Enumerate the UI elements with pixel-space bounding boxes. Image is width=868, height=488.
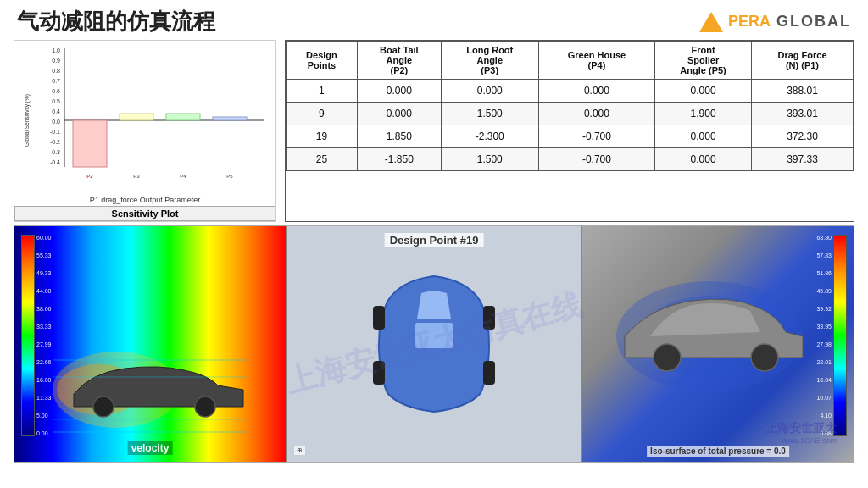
logo-triangle-icon <box>699 12 723 32</box>
table-cell-3-1: -1.850 <box>357 148 441 171</box>
svg-text:1.0: 1.0 <box>52 47 60 53</box>
table-cell-0-3: 0.000 <box>538 80 655 103</box>
svg-rect-15 <box>73 120 107 167</box>
svg-text:0.0: 0.0 <box>52 119 60 125</box>
colorbar-label: 4.10 <box>820 413 832 419</box>
colorbar-label: 60.00 <box>36 235 52 241</box>
sensitivity-label: Sensitivity Plot <box>14 206 275 221</box>
svg-point-30 <box>195 396 215 417</box>
cfd-car-svg <box>48 335 269 445</box>
table-cell-1-3: 0.000 <box>538 103 655 125</box>
svg-text:0.8: 0.8 <box>52 68 60 74</box>
svg-text:-0.2: -0.2 <box>50 139 60 145</box>
svg-point-29 <box>93 396 114 417</box>
cfd-iso-car-svg <box>599 252 820 421</box>
table-row: 90.0001.5000.0001.900393.01 <box>287 103 854 125</box>
table-cell-0-5: 388.01 <box>751 80 853 103</box>
isosurface-colorbar <box>833 235 847 436</box>
svg-text:-0.1: -0.1 <box>50 129 60 135</box>
table-cell-0-4: 0.000 <box>655 80 752 103</box>
col-header-p2: Boat TailAngle(P2) <box>357 42 441 80</box>
table-cell-1-5: 393.01 <box>751 103 853 125</box>
colorbar-label: 33.33 <box>36 324 52 330</box>
table-cell-3-3: -0.700 <box>538 148 655 171</box>
table-cell-3-4: 0.000 <box>655 148 752 171</box>
svg-text:Global Sensitivity (%): Global Sensitivity (%) <box>24 94 31 147</box>
watermark-website: www.1CAE.com <box>765 436 837 445</box>
table-cell-2-4: 0.000 <box>655 125 752 148</box>
sensitivity-chart-svg: 1.0 0.9 0.8 0.7 0.6 0.5 0.4 0.0 -0.1 -0.… <box>21 44 269 180</box>
svg-rect-35 <box>415 323 453 348</box>
table-cell-2-0: 19 <box>287 125 358 148</box>
table-cell-3-5: 397.33 <box>751 148 853 171</box>
velocity-colorbar <box>21 235 35 436</box>
col-header-p4: Green House(P4) <box>538 42 655 80</box>
svg-rect-18 <box>213 117 247 120</box>
logo-global: GLOBAL <box>771 13 851 30</box>
topview-car-svg <box>349 259 519 429</box>
svg-text:P5: P5 <box>226 174 233 179</box>
table-row: 191.850-2.300-0.7000.000372.30 <box>287 125 854 148</box>
table-cell-1-4: 1.900 <box>655 103 752 125</box>
table-cell-3-0: 25 <box>287 148 358 171</box>
col-header-p3: Long RoofAngle(P3) <box>441 42 538 80</box>
chart-inner: 1.0 0.9 0.8 0.7 0.6 0.5 0.4 0.0 -0.1 -0.… <box>14 41 275 194</box>
table-cell-2-3: -0.700 <box>538 125 655 148</box>
table-row: 10.0000.0000.0000.000388.01 <box>287 80 854 103</box>
svg-rect-39 <box>483 361 495 385</box>
svg-rect-17 <box>166 114 200 120</box>
svg-text:0.5: 0.5 <box>52 98 60 104</box>
data-table-area: DesignPoints Boat TailAngle(P2) Long Roo… <box>285 40 854 222</box>
table-cell-0-0: 1 <box>287 80 358 103</box>
table-header-row: DesignPoints Boat TailAngle(P2) Long Roo… <box>287 42 854 80</box>
bottom-images-area: Design Point #19 60.0055.3349.3344.0038.… <box>14 225 854 463</box>
table-cell-0-1: 0.000 <box>357 80 441 103</box>
colorbar-label: 55.33 <box>36 252 52 258</box>
header: 气动减阻的仿真流程 PERA GLOBAL <box>0 0 868 40</box>
table-cell-1-1: 0.000 <box>357 103 441 125</box>
sensitivity-chart-area: 1.0 0.9 0.8 0.7 0.6 0.5 0.4 0.0 -0.1 -0.… <box>14 40 276 222</box>
svg-text:P2: P2 <box>86 174 93 179</box>
chart-x-title: P1 drag_force Output Parameter <box>14 194 275 206</box>
svg-point-43 <box>751 344 778 371</box>
table-cell-1-0: 9 <box>287 103 358 125</box>
colorbar-label: 44.00 <box>36 288 52 294</box>
design-point-label: Design Point #19 <box>385 233 484 247</box>
table-cell-0-2: 0.000 <box>441 80 538 103</box>
col-header-p5: FrontSpoilerAngle (P5) <box>655 42 752 80</box>
svg-rect-37 <box>483 306 495 330</box>
page-title: 气动减阻的仿真流程 <box>17 7 215 36</box>
watermark-badge: 上海安世亚太 www.1CAE.com <box>765 421 837 445</box>
svg-point-42 <box>654 344 681 371</box>
iso-surface-label: Iso-surface of total pressure = 0.0 <box>647 446 789 457</box>
table-cell-1-2: 1.500 <box>441 103 538 125</box>
svg-text:0.7: 0.7 <box>52 78 60 84</box>
svg-text:0.6: 0.6 <box>52 88 60 94</box>
table-cell-2-1: 1.850 <box>357 125 441 148</box>
svg-rect-16 <box>120 114 153 120</box>
velocity-label: velocity <box>128 441 173 455</box>
svg-text:0.9: 0.9 <box>52 58 60 64</box>
axis-label: ⊕ <box>294 446 305 455</box>
table-cell-3-2: 1.500 <box>441 148 538 171</box>
colorbar-label: 38.66 <box>36 306 52 312</box>
logo-text: PERA GLOBAL <box>728 13 851 30</box>
logo-pera: PERA <box>728 13 771 30</box>
col-header-design-points: DesignPoints <box>287 42 358 80</box>
table-cell-2-2: -2.300 <box>441 125 538 148</box>
cfd-topview-image: ⊕ <box>286 226 582 462</box>
svg-text:-0.4: -0.4 <box>50 159 60 165</box>
table-cell-2-5: 372.30 <box>751 125 853 148</box>
watermark-cn-text: 上海安世亚太 <box>765 421 837 436</box>
logo-area: PERA GLOBAL <box>699 12 851 32</box>
svg-text:0.4: 0.4 <box>52 108 60 114</box>
svg-text:P3: P3 <box>133 174 140 179</box>
col-header-p1: Drag Force(N) (P1) <box>751 42 853 80</box>
main-content: 1.0 0.9 0.8 0.7 0.6 0.5 0.4 0.0 -0.1 -0.… <box>0 40 868 222</box>
svg-text:-0.3: -0.3 <box>50 149 60 155</box>
cfd-velocity-image: 60.0055.3349.3344.0038.6633.3327.9922.66… <box>14 226 286 462</box>
table-row: 25-1.8501.500-0.7000.000397.33 <box>287 148 854 171</box>
colorbar-label: 49.33 <box>36 270 52 276</box>
colorbar-label: 63.80 <box>816 235 832 241</box>
svg-text:P4: P4 <box>180 174 186 179</box>
